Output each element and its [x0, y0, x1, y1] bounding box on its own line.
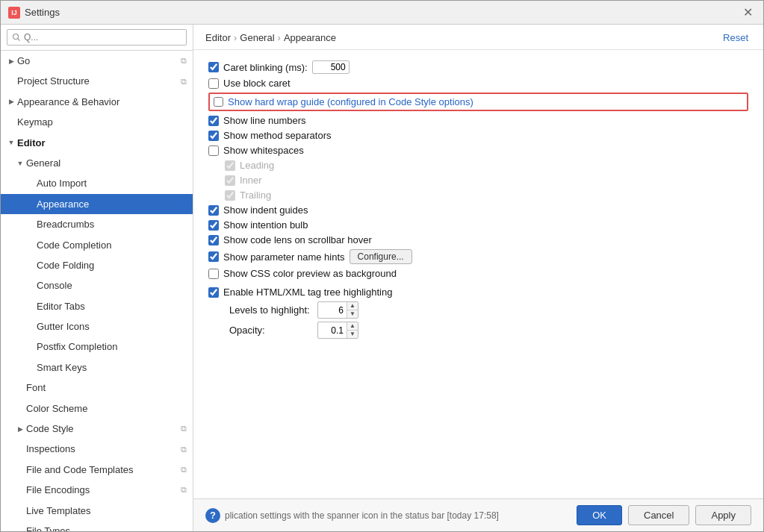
- sidebar-item-label: Appearance & Behavior: [17, 93, 187, 110]
- leading-label: Leading: [240, 160, 274, 171]
- sidebar-item-label: Color Scheme: [26, 400, 187, 417]
- sidebar-item-code-completion[interactable]: Code Completion: [1, 235, 193, 255]
- sidebar-item-label: Console: [37, 277, 187, 294]
- sidebar-item-file-types[interactable]: File Types: [1, 521, 193, 531]
- inner-checkbox[interactable]: [225, 175, 235, 186]
- title-bar-left: IJ Settings: [8, 7, 60, 19]
- breadcrumb-appearance: Appearance: [284, 32, 336, 43]
- opacity-input[interactable]: [318, 325, 347, 337]
- show-whitespaces-checkbox[interactable]: [208, 145, 219, 156]
- sidebar-item-font[interactable]: Font: [1, 378, 193, 398]
- show-intention-bulb-row: Show intention bulb: [208, 219, 748, 231]
- breadcrumb-sep: ›: [278, 32, 281, 43]
- show-param-hints-label: Show parameter name hints: [223, 251, 345, 263]
- sidebar-item-label: File and Code Templates: [26, 461, 178, 478]
- sidebar-item-go[interactable]: ▶ Go ⧉: [1, 51, 193, 71]
- title-bar: IJ Settings ✕: [1, 1, 763, 25]
- sidebar-item-appearance-behavior[interactable]: ▶ Appearance & Behavior: [1, 92, 193, 112]
- help-button[interactable]: ?: [205, 508, 220, 523]
- sidebar-item-label: Go: [17, 52, 178, 69]
- search-input[interactable]: [7, 29, 187, 46]
- opacity-row: Opacity: ▲ ▼: [229, 322, 748, 339]
- sidebar-item-label: Appearance: [37, 195, 187, 213]
- levels-down-button[interactable]: ▼: [347, 310, 358, 318]
- trailing-row: Trailing: [225, 190, 748, 201]
- breadcrumb-sep: ›: [234, 32, 237, 43]
- sidebar-item-label: Editor: [17, 134, 187, 151]
- show-whitespaces-label: Show whitespaces: [223, 145, 304, 156]
- sidebar-item-file-code-templates[interactable]: File and Code Templates ⧉: [1, 460, 193, 480]
- leading-checkbox[interactable]: [225, 160, 235, 171]
- sidebar-item-color-scheme[interactable]: Color Scheme: [1, 398, 193, 419]
- sidebar-item-label: General: [26, 154, 187, 172]
- levels-spinner-btns: ▲ ▼: [347, 302, 358, 318]
- levels-input[interactable]: [318, 304, 347, 316]
- cancel-button[interactable]: Cancel: [628, 505, 689, 525]
- enable-html-checkbox[interactable]: [208, 287, 219, 298]
- sidebar-item-console[interactable]: Console: [1, 275, 193, 295]
- ok-button[interactable]: OK: [577, 505, 622, 525]
- sidebar-item-appearance[interactable]: Appearance: [1, 194, 193, 214]
- copy-icon: ⧉: [181, 445, 187, 454]
- sidebar-item-editor[interactable]: ▼ Editor: [1, 133, 193, 153]
- sidebar-item-label: Gutter Icons: [37, 318, 187, 335]
- levels-up-button[interactable]: ▲: [347, 302, 358, 310]
- sidebar-item-inspections[interactable]: Inspections ⧉: [1, 439, 193, 459]
- reset-button[interactable]: Reset: [720, 31, 751, 45]
- levels-spinner: ▲ ▼: [317, 301, 358, 319]
- apply-button[interactable]: Apply: [695, 505, 751, 525]
- show-indent-guides-label: Show indent guides: [223, 204, 308, 216]
- configure-button[interactable]: Configure...: [350, 249, 412, 264]
- copy-icon: ⧉: [181, 424, 187, 434]
- caret-blinking-row: Caret blinking (ms):: [208, 60, 748, 74]
- close-button[interactable]: ✕: [740, 7, 756, 19]
- caret-blinking-input[interactable]: [312, 60, 350, 74]
- sidebar-item-code-folding[interactable]: Code Folding: [1, 255, 193, 275]
- breadcrumb: Editor › General › Appearance: [205, 32, 336, 43]
- arrow-icon: ▶: [7, 57, 16, 65]
- opacity-down-button[interactable]: ▼: [347, 331, 358, 338]
- show-hard-wrap-checkbox[interactable]: [214, 97, 223, 107]
- sidebar-item-gutter-icons[interactable]: Gutter Icons: [1, 316, 193, 337]
- sidebar-item-breadcrumbs[interactable]: Breadcrumbs: [1, 214, 193, 234]
- sidebar-item-label: Live Templates: [26, 502, 187, 519]
- dialog-footer: ? plication settings with the spanner ic…: [193, 498, 763, 531]
- sidebar-item-live-templates[interactable]: Live Templates: [1, 501, 193, 521]
- show-method-sep-checkbox[interactable]: [208, 131, 219, 141]
- copy-icon: ⧉: [181, 465, 187, 475]
- sidebar-item-auto-import[interactable]: Auto Import: [1, 173, 193, 193]
- sidebar-item-editor-tabs[interactable]: Editor Tabs: [1, 296, 193, 316]
- show-line-numbers-row: Show line numbers: [208, 115, 748, 126]
- trailing-checkbox[interactable]: [225, 190, 235, 201]
- sidebar-item-postfix-completion[interactable]: Postfix Completion: [1, 337, 193, 357]
- window-title: Settings: [25, 7, 60, 18]
- opacity-spinner-btns: ▲ ▼: [347, 322, 358, 338]
- sidebar-item-general[interactable]: ▼ General: [1, 153, 193, 173]
- sidebar-item-smart-keys[interactable]: Smart Keys: [1, 357, 193, 378]
- show-indent-guides-row: Show indent guides: [208, 204, 748, 216]
- sidebar-item-project-structure[interactable]: Project Structure ⧉: [1, 71, 193, 91]
- use-block-caret-label: Use block caret: [223, 78, 291, 89]
- main-content: Editor › General › Appearance Reset Care…: [193, 25, 763, 531]
- sidebar-item-file-encodings[interactable]: File Encodings ⧉: [1, 480, 193, 500]
- show-code-lens-row: Show code lens on scrollbar hover: [208, 234, 748, 245]
- show-line-numbers-checkbox[interactable]: [208, 116, 219, 126]
- use-block-caret-checkbox[interactable]: [208, 78, 219, 89]
- show-line-numbers-label: Show line numbers: [223, 115, 306, 126]
- sidebar-item-label: Postfix Completion: [37, 338, 187, 355]
- opacity-up-button[interactable]: ▲: [347, 322, 358, 331]
- caret-blinking-checkbox[interactable]: [208, 62, 219, 72]
- sidebar-item-code-style[interactable]: ▶ Code Style ⧉: [1, 419, 193, 439]
- show-code-lens-checkbox[interactable]: [208, 235, 219, 245]
- show-indent-guides-checkbox[interactable]: [208, 205, 219, 216]
- breadcrumb-general: General: [240, 32, 274, 43]
- show-intention-bulb-label: Show intention bulb: [223, 219, 308, 231]
- sidebar-item-keymap[interactable]: Keymap: [1, 112, 193, 132]
- sidebar-item-label: Keymap: [17, 113, 187, 131]
- dialog-body: ▶ Go ⧉ Project Structure ⧉ ▶ Appearance …: [1, 25, 763, 531]
- show-css-color-checkbox[interactable]: [208, 269, 219, 279]
- show-intention-bulb-checkbox[interactable]: [208, 220, 219, 231]
- show-param-hints-checkbox[interactable]: [208, 251, 219, 262]
- opacity-spinner: ▲ ▼: [317, 322, 358, 339]
- inner-label: Inner: [240, 175, 262, 186]
